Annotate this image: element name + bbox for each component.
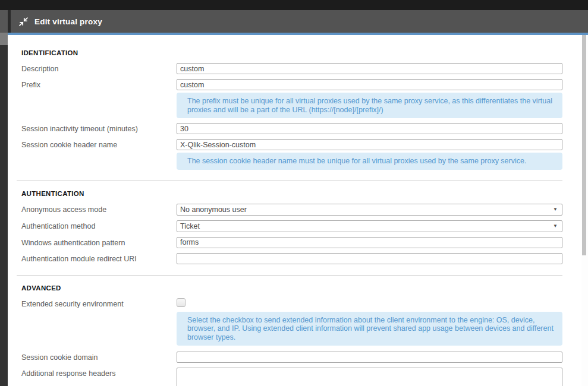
auth-method-row: Authentication method Ticket ▼ <box>21 220 562 232</box>
cookie-header-info-box: The session cookie header name must be u… <box>177 153 562 170</box>
prefix-info-box: The prefix must be unique for all virtua… <box>177 93 562 118</box>
description-row: Description <box>21 63 562 74</box>
session-timeout-label: Session inactivity timeout (minutes) <box>21 123 177 134</box>
right-scrollbar-thumb[interactable] <box>582 35 586 255</box>
auth-method-label: Authentication method <box>21 220 177 232</box>
extended-security-checkbox[interactable] <box>177 298 185 307</box>
extended-security-info-box: Select the checkbox to send extended inf… <box>177 312 562 346</box>
identification-heading: IDENTIFICATION <box>21 49 562 57</box>
page-title: Edit virtual proxy <box>34 17 102 26</box>
chevron-down-icon: ▼ <box>553 207 558 212</box>
collapsed-panel-header-sliver <box>0 10 8 33</box>
section-divider <box>17 181 562 181</box>
windows-pattern-row: Windows authentication pattern <box>21 237 562 248</box>
dialog-titlebar: Edit virtual proxy <box>8 10 588 33</box>
anonymous-mode-selected-value: No anonymous user <box>180 205 247 214</box>
top-app-bar <box>0 0 588 10</box>
anonymous-mode-select[interactable]: No anonymous user ▼ <box>177 204 562 216</box>
extended-security-label: Extended security environment <box>21 298 177 309</box>
collapse-arrows-icon[interactable] <box>18 17 29 27</box>
cookie-header-label: Session cookie header name <box>21 139 177 150</box>
auth-method-select[interactable]: Ticket ▼ <box>177 220 562 232</box>
windows-pattern-label: Windows authentication pattern <box>21 237 177 248</box>
prefix-input[interactable] <box>177 79 562 90</box>
prefix-row: Prefix <box>21 79 562 90</box>
prefix-label: Prefix <box>21 79 177 90</box>
right-scrollbar-track[interactable] <box>581 35 588 386</box>
chevron-down-icon: ▼ <box>553 224 558 229</box>
section-divider <box>17 275 562 276</box>
cookie-header-row: Session cookie header name <box>21 139 562 150</box>
description-label: Description <box>21 63 177 74</box>
session-timeout-row: Session inactivity timeout (minutes) <box>21 123 562 134</box>
cookie-header-input[interactable] <box>177 139 562 150</box>
left-scrollbar-thumb[interactable] <box>0 33 8 45</box>
windows-pattern-input[interactable] <box>177 237 562 248</box>
session-timeout-input[interactable] <box>177 123 562 134</box>
authentication-heading: AUTHENTICATION <box>21 190 562 198</box>
collapsed-panel-edge <box>0 10 8 386</box>
anonymous-mode-label: Anonymous access mode <box>21 204 177 216</box>
edit-virtual-proxy-form: IDENTIFICATION Description Prefix The pr… <box>8 35 581 386</box>
cookie-domain-input[interactable] <box>177 352 562 363</box>
redirect-uri-label: Authentication module redirect URI <box>21 253 177 264</box>
advanced-heading: ADVANCED <box>21 284 562 292</box>
response-headers-label: Additional response headers <box>21 368 177 386</box>
auth-method-selected-value: Ticket <box>180 222 200 230</box>
extended-security-row: Extended security environment <box>21 298 562 309</box>
response-headers-textarea[interactable] <box>177 368 562 386</box>
cookie-domain-row: Session cookie domain <box>21 352 562 363</box>
description-input[interactable] <box>177 63 562 74</box>
cookie-domain-label: Session cookie domain <box>21 352 177 363</box>
response-headers-row: Additional response headers <box>21 368 562 386</box>
redirect-uri-input[interactable] <box>177 253 562 264</box>
anonymous-mode-row: Anonymous access mode No anonymous user … <box>21 204 562 216</box>
redirect-uri-row: Authentication module redirect URI <box>21 253 562 264</box>
